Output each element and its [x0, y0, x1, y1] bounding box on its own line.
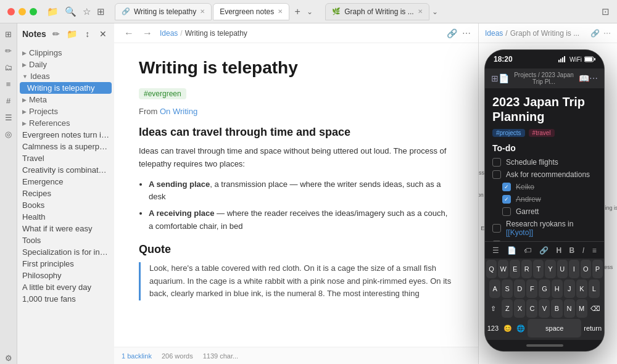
sidebar-item-evergreen-turn[interactable]: Evergreen notes turn ideas...	[17, 129, 114, 141]
sidebar-item-first-principles[interactable]: First principles	[17, 258, 114, 270]
sidebar-item-travel[interactable]: Travel	[17, 152, 114, 164]
tab-close-button[interactable]: ✕	[200, 8, 205, 15]
add-tab-button[interactable]: +	[291, 5, 304, 19]
sort-button[interactable]: ↕	[81, 27, 94, 41]
key-emoji[interactable]: 😊	[501, 319, 515, 337]
key-globe[interactable]: 🌐	[516, 319, 526, 337]
key-l[interactable]: L	[589, 279, 600, 298]
key-f[interactable]: F	[526, 279, 537, 298]
phone-todo-garrett[interactable]: Garrett	[492, 207, 597, 216]
sidebar-item-what-if[interactable]: What if it were easy	[17, 223, 114, 234]
key-q[interactable]: Q	[486, 260, 497, 278]
phone-todo-ryokans[interactable]: Research ryokans in [[Kyoto]]	[492, 220, 597, 237]
format-icon-doc[interactable]: 📄	[507, 246, 516, 255]
tab-writing-telepathy[interactable]: 🔗 Writing is telepathy ✕	[115, 3, 212, 20]
sidebar-item-philosophy[interactable]: Philosophy	[17, 270, 114, 281]
sidebar-icon-folder[interactable]: 🗂	[3, 62, 14, 73]
phone-more-icon[interactable]: ⋯	[589, 73, 598, 83]
sidebar-item-specialization[interactable]: Specialization is for insects	[17, 246, 114, 258]
tabs-chevron-right[interactable]: ⌄	[432, 7, 438, 16]
sidebar-icon-settings[interactable]: ⚙	[4, 352, 14, 364]
sidebar-icon-search[interactable]: ☰	[4, 112, 14, 123]
tab-evergreen-notes[interactable]: Evergreen notes ✕	[213, 3, 289, 20]
phone-todo-keiko[interactable]: ✓ Keiko	[492, 183, 597, 191]
graph-share-icon[interactable]: 🔗	[590, 29, 600, 38]
key-shift[interactable]: ⇧	[486, 299, 500, 318]
phone-folder-icon[interactable]: 📄	[499, 73, 509, 83]
sidebar-item-ideas[interactable]: ▼ Ideas	[17, 70, 114, 82]
format-icon-i[interactable]: I	[582, 246, 584, 255]
key-w[interactable]: W	[498, 260, 508, 278]
sidebar-icon-sort[interactable]: ≡	[5, 78, 12, 90]
close-sidebar-button[interactable]: ✕	[97, 27, 109, 41]
phone-checkbox-ryokans[interactable]	[492, 224, 501, 233]
key-d[interactable]: D	[514, 279, 525, 298]
key-t[interactable]: T	[533, 260, 544, 278]
tabs-chevron[interactable]: ⌄	[307, 7, 313, 16]
phone-checkbox-garrett[interactable]	[502, 207, 511, 216]
key-o[interactable]: O	[581, 260, 591, 278]
key-backspace[interactable]: ⌫	[589, 299, 603, 318]
key-k[interactable]: K	[576, 279, 587, 298]
sidebar-item-every-day[interactable]: A little bit every day	[17, 281, 114, 293]
phone-checkbox-keiko[interactable]: ✓	[502, 183, 511, 191]
key-z[interactable]: Z	[502, 299, 513, 318]
format-icon-tag[interactable]: 🏷	[524, 246, 531, 255]
sidebar-item-writing-telepathy[interactable]: Writing is telepathy	[20, 82, 112, 94]
back-button[interactable]: ←	[122, 27, 136, 40]
key-m[interactable]: M	[576, 299, 587, 318]
key-j[interactable]: J	[564, 279, 575, 298]
graph-more-icon[interactable]: ⋯	[603, 29, 611, 38]
format-icon-h[interactable]: H	[556, 246, 561, 255]
forward-button[interactable]: →	[140, 27, 155, 40]
phone-keyboard[interactable]: Q W E R T Y U I O P A S D F G H J K L	[485, 259, 604, 340]
bookmark-icon[interactable]: ☆	[83, 6, 91, 17]
on-writing-link[interactable]: On Writing	[160, 107, 197, 116]
key-u[interactable]: U	[557, 260, 568, 278]
tab-close-button[interactable]: ✕	[278, 8, 283, 15]
key-b[interactable]: B	[551, 299, 562, 318]
phone-todo-recommendations[interactable]: Ask for recommendations	[492, 170, 597, 179]
sidebar-item-tools[interactable]: Tools	[17, 234, 114, 246]
sidebar-item-health[interactable]: Health	[17, 211, 114, 223]
key-x[interactable]: X	[514, 299, 525, 318]
format-icon-link[interactable]: 🔗	[539, 246, 549, 255]
sidebar-icon-edit[interactable]: ✏	[4, 45, 13, 57]
key-123[interactable]: 123	[486, 319, 500, 337]
phone-book-icon[interactable]: 📖	[579, 73, 589, 83]
share-icon[interactable]: 🔗	[447, 28, 457, 38]
key-r[interactable]: R	[521, 260, 532, 278]
key-space[interactable]: space	[528, 319, 581, 337]
sidebar-item-calmness[interactable]: Calmness is a superpower	[17, 141, 114, 152]
phone-tag-travel[interactable]: #travel	[529, 129, 555, 137]
key-g[interactable]: G	[539, 279, 550, 298]
sidebar-icon-graph[interactable]: ◎	[4, 128, 13, 140]
layout-icon[interactable]: ⊞	[97, 6, 105, 17]
window-icon[interactable]: ⊡	[602, 6, 610, 17]
sidebar-icon-home[interactable]: ⊞	[4, 28, 13, 40]
close-button[interactable]	[7, 8, 15, 15]
phone-todo-flights[interactable]: Schedule flights	[492, 158, 597, 167]
sidebar-item-emergence[interactable]: Emergence	[17, 176, 114, 188]
sidebar-item-creativity[interactable]: Creativity is combinatory u...	[17, 164, 114, 176]
sidebar-item-true-fans[interactable]: 1,000 true fans	[17, 293, 114, 305]
folder-icon[interactable]: 📁	[47, 6, 59, 17]
format-icon-b[interactable]: B	[569, 246, 575, 255]
key-n[interactable]: N	[564, 299, 575, 318]
key-e[interactable]: E	[510, 260, 520, 278]
graph-breadcrumb-ideas[interactable]: Ideas	[485, 29, 503, 38]
phone-checkbox-recommendations[interactable]	[492, 170, 501, 179]
sidebar-item-meta[interactable]: ▶ Meta	[17, 94, 114, 105]
key-a[interactable]: A	[489, 279, 500, 298]
phone-tag-projects[interactable]: #projects	[492, 129, 525, 137]
sidebar-item-books[interactable]: Books	[17, 199, 114, 211]
breadcrumb-ideas-link[interactable]: Ideas	[160, 29, 178, 38]
phone-checkbox-flights[interactable]	[492, 158, 501, 167]
key-p[interactable]: P	[592, 260, 603, 278]
key-c[interactable]: C	[526, 299, 537, 318]
phone-todo-andrew[interactable]: ✓ Andrew	[492, 195, 597, 204]
sidebar-item-projects[interactable]: ▶ Projects	[17, 105, 114, 117]
sidebar-item-references[interactable]: ▶ References	[17, 117, 114, 129]
maximize-button[interactable]	[30, 8, 37, 15]
sidebar-icon-tag[interactable]: #	[5, 95, 12, 107]
